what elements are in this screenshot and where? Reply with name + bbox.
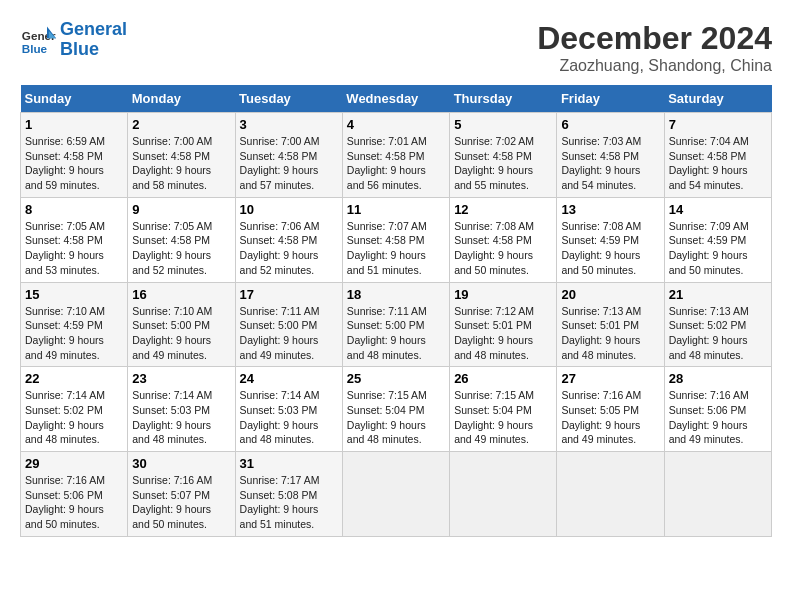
calendar-cell: 5Sunrise: 7:02 AM Sunset: 4:58 PM Daylig… [450,113,557,198]
logo-icon: General Blue [20,22,56,58]
page-header: General Blue GeneralBlue December 2024 Z… [20,20,772,75]
day-number: 27 [561,371,659,386]
calendar-cell: 21Sunrise: 7:13 AM Sunset: 5:02 PM Dayli… [664,282,771,367]
day-number: 11 [347,202,445,217]
day-info: Sunrise: 7:00 AM Sunset: 4:58 PM Dayligh… [240,134,338,193]
day-info: Sunrise: 7:13 AM Sunset: 5:01 PM Dayligh… [561,304,659,363]
calendar-cell: 4Sunrise: 7:01 AM Sunset: 4:58 PM Daylig… [342,113,449,198]
day-number: 28 [669,371,767,386]
day-info: Sunrise: 7:15 AM Sunset: 5:04 PM Dayligh… [347,388,445,447]
day-info: Sunrise: 7:05 AM Sunset: 4:58 PM Dayligh… [132,219,230,278]
calendar-cell [557,452,664,537]
calendar-cell: 9Sunrise: 7:05 AM Sunset: 4:58 PM Daylig… [128,197,235,282]
week-row-3: 15Sunrise: 7:10 AM Sunset: 4:59 PM Dayli… [21,282,772,367]
day-number: 26 [454,371,552,386]
logo: General Blue GeneralBlue [20,20,127,60]
day-info: Sunrise: 7:10 AM Sunset: 5:00 PM Dayligh… [132,304,230,363]
day-number: 5 [454,117,552,132]
day-number: 29 [25,456,123,471]
weekday-header-row: SundayMondayTuesdayWednesdayThursdayFrid… [21,85,772,113]
calendar-cell [664,452,771,537]
day-number: 20 [561,287,659,302]
day-info: Sunrise: 7:16 AM Sunset: 5:06 PM Dayligh… [25,473,123,532]
day-info: Sunrise: 7:11 AM Sunset: 5:00 PM Dayligh… [240,304,338,363]
calendar-table: SundayMondayTuesdayWednesdayThursdayFrid… [20,85,772,537]
weekday-header-saturday: Saturday [664,85,771,113]
day-number: 12 [454,202,552,217]
day-number: 2 [132,117,230,132]
day-number: 13 [561,202,659,217]
calendar-cell: 16Sunrise: 7:10 AM Sunset: 5:00 PM Dayli… [128,282,235,367]
day-number: 30 [132,456,230,471]
day-number: 31 [240,456,338,471]
day-info: Sunrise: 7:04 AM Sunset: 4:58 PM Dayligh… [669,134,767,193]
day-info: Sunrise: 7:16 AM Sunset: 5:07 PM Dayligh… [132,473,230,532]
day-number: 8 [25,202,123,217]
weekday-header-thursday: Thursday [450,85,557,113]
day-info: Sunrise: 7:14 AM Sunset: 5:03 PM Dayligh… [240,388,338,447]
calendar-cell: 2Sunrise: 7:00 AM Sunset: 4:58 PM Daylig… [128,113,235,198]
calendar-cell: 15Sunrise: 7:10 AM Sunset: 4:59 PM Dayli… [21,282,128,367]
calendar-cell [342,452,449,537]
calendar-cell: 19Sunrise: 7:12 AM Sunset: 5:01 PM Dayli… [450,282,557,367]
calendar-cell: 29Sunrise: 7:16 AM Sunset: 5:06 PM Dayli… [21,452,128,537]
week-row-2: 8Sunrise: 7:05 AM Sunset: 4:58 PM Daylig… [21,197,772,282]
day-number: 24 [240,371,338,386]
calendar-cell: 8Sunrise: 7:05 AM Sunset: 4:58 PM Daylig… [21,197,128,282]
day-info: Sunrise: 7:17 AM Sunset: 5:08 PM Dayligh… [240,473,338,532]
calendar-cell: 28Sunrise: 7:16 AM Sunset: 5:06 PM Dayli… [664,367,771,452]
day-number: 10 [240,202,338,217]
calendar-cell: 17Sunrise: 7:11 AM Sunset: 5:00 PM Dayli… [235,282,342,367]
calendar-subtitle: Zaozhuang, Shandong, China [537,57,772,75]
calendar-cell [450,452,557,537]
day-info: Sunrise: 7:02 AM Sunset: 4:58 PM Dayligh… [454,134,552,193]
logo-text: GeneralBlue [60,20,127,60]
day-number: 6 [561,117,659,132]
calendar-cell: 22Sunrise: 7:14 AM Sunset: 5:02 PM Dayli… [21,367,128,452]
day-number: 21 [669,287,767,302]
calendar-cell: 18Sunrise: 7:11 AM Sunset: 5:00 PM Dayli… [342,282,449,367]
calendar-cell: 6Sunrise: 7:03 AM Sunset: 4:58 PM Daylig… [557,113,664,198]
day-number: 1 [25,117,123,132]
calendar-cell: 23Sunrise: 7:14 AM Sunset: 5:03 PM Dayli… [128,367,235,452]
day-number: 23 [132,371,230,386]
calendar-cell: 7Sunrise: 7:04 AM Sunset: 4:58 PM Daylig… [664,113,771,198]
calendar-cell: 1Sunrise: 6:59 AM Sunset: 4:58 PM Daylig… [21,113,128,198]
day-number: 3 [240,117,338,132]
day-info: Sunrise: 7:16 AM Sunset: 5:05 PM Dayligh… [561,388,659,447]
title-block: December 2024 Zaozhuang, Shandong, China [537,20,772,75]
day-number: 15 [25,287,123,302]
day-info: Sunrise: 7:09 AM Sunset: 4:59 PM Dayligh… [669,219,767,278]
weekday-header-sunday: Sunday [21,85,128,113]
day-number: 7 [669,117,767,132]
day-number: 9 [132,202,230,217]
calendar-cell: 20Sunrise: 7:13 AM Sunset: 5:01 PM Dayli… [557,282,664,367]
day-number: 14 [669,202,767,217]
calendar-cell: 3Sunrise: 7:00 AM Sunset: 4:58 PM Daylig… [235,113,342,198]
day-info: Sunrise: 7:10 AM Sunset: 4:59 PM Dayligh… [25,304,123,363]
calendar-cell: 13Sunrise: 7:08 AM Sunset: 4:59 PM Dayli… [557,197,664,282]
weekday-header-friday: Friday [557,85,664,113]
day-number: 18 [347,287,445,302]
day-info: Sunrise: 7:07 AM Sunset: 4:58 PM Dayligh… [347,219,445,278]
calendar-cell: 10Sunrise: 7:06 AM Sunset: 4:58 PM Dayli… [235,197,342,282]
weekday-header-tuesday: Tuesday [235,85,342,113]
calendar-cell: 30Sunrise: 7:16 AM Sunset: 5:07 PM Dayli… [128,452,235,537]
calendar-cell: 26Sunrise: 7:15 AM Sunset: 5:04 PM Dayli… [450,367,557,452]
calendar-title: December 2024 [537,20,772,57]
day-number: 19 [454,287,552,302]
day-info: Sunrise: 7:00 AM Sunset: 4:58 PM Dayligh… [132,134,230,193]
day-info: Sunrise: 6:59 AM Sunset: 4:58 PM Dayligh… [25,134,123,193]
day-number: 4 [347,117,445,132]
day-number: 17 [240,287,338,302]
calendar-cell: 11Sunrise: 7:07 AM Sunset: 4:58 PM Dayli… [342,197,449,282]
day-info: Sunrise: 7:14 AM Sunset: 5:03 PM Dayligh… [132,388,230,447]
day-info: Sunrise: 7:01 AM Sunset: 4:58 PM Dayligh… [347,134,445,193]
week-row-1: 1Sunrise: 6:59 AM Sunset: 4:58 PM Daylig… [21,113,772,198]
day-info: Sunrise: 7:08 AM Sunset: 4:59 PM Dayligh… [561,219,659,278]
day-info: Sunrise: 7:12 AM Sunset: 5:01 PM Dayligh… [454,304,552,363]
svg-text:Blue: Blue [22,41,48,54]
day-info: Sunrise: 7:15 AM Sunset: 5:04 PM Dayligh… [454,388,552,447]
day-info: Sunrise: 7:06 AM Sunset: 4:58 PM Dayligh… [240,219,338,278]
calendar-cell: 27Sunrise: 7:16 AM Sunset: 5:05 PM Dayli… [557,367,664,452]
